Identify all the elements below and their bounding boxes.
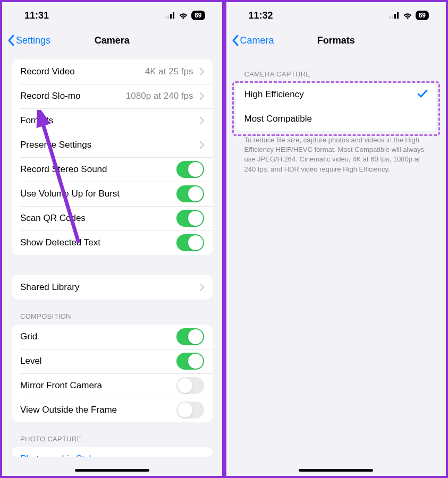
row-high-efficiency[interactable]: High Efficiency (236, 82, 437, 107)
status-right: 69 (389, 11, 429, 20)
back-label: Settings (16, 35, 50, 46)
battery-icon: 69 (416, 11, 429, 20)
row-label: Level (20, 356, 176, 366)
checkmark-icon (417, 89, 428, 101)
row-shared-library[interactable]: Shared Library (12, 275, 213, 300)
section-composition: COMPOSITION (12, 300, 213, 325)
row-label: View Outside the Frame (20, 405, 176, 415)
row-label: Formats (20, 115, 193, 126)
wifi-icon (403, 12, 412, 19)
toggle-detected-text[interactable] (176, 234, 204, 251)
row-record-video[interactable]: Record Video 4K at 25 fps (12, 59, 213, 84)
home-indicator[interactable] (75, 469, 149, 472)
chevron-right-icon (200, 117, 204, 124)
row-most-compatible[interactable]: Most Compatible (236, 107, 437, 131)
row-detail: 1080p at 240 fps (126, 91, 193, 101)
row-outside-frame[interactable]: View Outside the Frame (12, 398, 213, 422)
nav-bar: Settings Camera (2, 29, 222, 52)
settings-group-composition: Grid Level Mirror Front Camera View Outs… (12, 325, 213, 422)
chevron-right-icon (200, 92, 204, 100)
row-mirror-front[interactable]: Mirror Front Camera (12, 373, 213, 398)
status-bar: 11:32 69 (226, 2, 446, 29)
nav-title: Camera (95, 35, 130, 46)
nav-title: Formats (317, 35, 355, 46)
svg-rect-2 (170, 14, 172, 19)
row-detail: 4K at 25 fps (145, 66, 193, 77)
toggle-mirror-front[interactable] (176, 377, 204, 394)
status-bar: 11:31 69 (2, 2, 222, 29)
settings-group-shared: Shared Library (12, 275, 213, 300)
svg-rect-0 (165, 16, 166, 19)
cellular-icon (389, 12, 400, 19)
row-preserve-settings[interactable]: Preserve Settings (12, 133, 213, 157)
row-label: Scan QR Codes (20, 213, 176, 224)
row-label: Mirror Front Camera (20, 380, 176, 391)
nav-bar: Camera Formats (226, 29, 446, 52)
row-formats[interactable]: Formats (12, 108, 213, 133)
row-label: Shared Library (20, 282, 193, 293)
row-label: Record Slo-mo (20, 91, 126, 101)
chevron-left-icon (232, 35, 239, 46)
formats-group: High Efficiency Most Compatible (236, 82, 437, 131)
row-detected-text[interactable]: Show Detected Text (12, 231, 213, 255)
cellular-icon (165, 12, 175, 19)
toggle-stereo[interactable] (176, 161, 204, 178)
row-stereo-sound[interactable]: Record Stereo Sound (12, 157, 213, 182)
row-label: High Efficiency (244, 89, 418, 100)
battery-icon: 69 (191, 11, 205, 20)
back-button[interactable]: Settings (7, 35, 50, 46)
home-indicator[interactable] (299, 469, 373, 472)
svg-rect-8 (394, 14, 396, 19)
wifi-icon (179, 12, 188, 19)
content-left: Record Video 4K at 25 fps Record Slo-mo … (2, 52, 222, 476)
row-label: Most Compatible (244, 114, 428, 124)
row-label: Grid (20, 331, 176, 342)
chevron-right-icon (200, 284, 204, 291)
row-level[interactable]: Level (12, 349, 213, 373)
row-label: Use Volume Up for Burst (20, 189, 176, 199)
toggle-scan-qr[interactable] (176, 210, 204, 227)
section-camera-capture: CAMERA CAPTURE (236, 52, 437, 82)
back-button[interactable]: Camera (232, 35, 274, 46)
row-scan-qr[interactable]: Scan QR Codes (12, 206, 213, 231)
phone-left: 11:31 69 Settings Camera Record Video 4K… (0, 0, 224, 478)
row-volume-burst[interactable]: Use Volume Up for Burst (12, 182, 213, 206)
chevron-right-icon (200, 68, 204, 75)
status-time: 11:31 (24, 10, 49, 21)
svg-rect-1 (167, 15, 169, 19)
svg-rect-7 (392, 15, 393, 19)
status-right: 69 (165, 11, 205, 20)
row-label: Preserve Settings (20, 140, 193, 150)
back-label: Camera (240, 35, 274, 46)
toggle-level[interactable] (176, 353, 204, 370)
settings-group-1: Record Video 4K at 25 fps Record Slo-mo … (12, 59, 213, 255)
row-record-slomo[interactable]: Record Slo-mo 1080p at 240 fps (12, 84, 213, 108)
chevron-right-icon (200, 141, 204, 149)
toggle-volume-burst[interactable] (176, 185, 204, 202)
row-label: Show Detected Text (20, 237, 176, 248)
row-grid[interactable]: Grid (12, 325, 213, 349)
svg-rect-9 (397, 12, 399, 19)
row-label: Record Video (20, 66, 145, 77)
phone-right: 11:32 69 Camera Formats CAMERA CAPTURE H… (224, 0, 449, 478)
row-label: Record Stereo Sound (20, 164, 176, 175)
row-photographic-styles[interactable]: Photographic Styles (12, 447, 213, 457)
svg-rect-6 (389, 16, 391, 19)
section-photo-capture: PHOTO CAPTURE (12, 422, 213, 447)
status-time: 11:32 (249, 10, 273, 21)
content-right: CAMERA CAPTURE High Efficiency Most Comp… (226, 52, 446, 476)
toggle-grid[interactable] (176, 328, 204, 345)
settings-group-photo: Photographic Styles (12, 447, 213, 457)
chevron-left-icon (7, 35, 15, 46)
svg-rect-3 (173, 12, 174, 19)
toggle-outside-frame[interactable] (176, 402, 204, 419)
footer-explanation: To reduce file size, capture photos and … (236, 131, 437, 178)
